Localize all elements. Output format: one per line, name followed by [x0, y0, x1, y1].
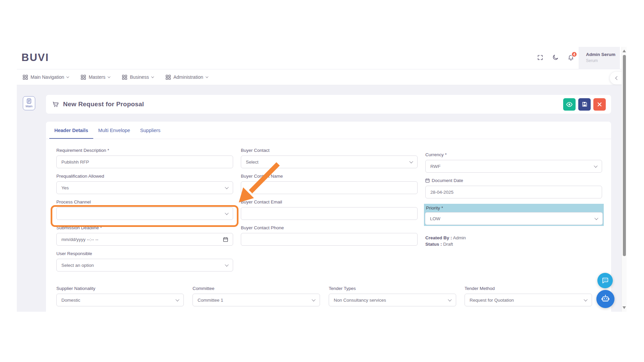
tab-suppliers[interactable]: Suppliers — [135, 122, 165, 139]
field-label: Process Channel — [56, 199, 233, 204]
grid-icon — [81, 75, 86, 80]
brand-logo: BUVI — [21, 52, 49, 64]
select-value: Yes — [61, 185, 69, 190]
field-label: User Responsible — [56, 251, 233, 256]
chevron-down-icon — [409, 160, 413, 163]
prequalification-allowed-select[interactable]: Yes — [56, 181, 233, 194]
preview-button[interactable] — [563, 98, 576, 111]
field-label: Currency * — [425, 152, 602, 157]
currency-select[interactable]: RWF — [425, 160, 602, 173]
field-label: Committee — [193, 286, 320, 291]
field-submission-deadline: Submission Deadline * mm/dd/yyyy --:-- -… — [56, 225, 233, 246]
field-buyer-contact: Buyer Contact Select — [241, 148, 418, 168]
chevron-down-icon — [66, 75, 69, 78]
status-line: Status : Draft — [425, 241, 466, 247]
select-value: Request for Quotation — [470, 298, 514, 303]
process-channel-select[interactable] — [56, 207, 233, 220]
buyer-contact-name-input[interactable] — [241, 181, 418, 194]
scrollbar-down-arrow[interactable] — [623, 306, 626, 309]
nav-item-administration[interactable]: Administration — [166, 74, 208, 80]
app-canvas: BUVI 4 Admin Serum Serum Main Navigation — [0, 0, 644, 362]
tab-bar: Header Details Multi Envelope Suppliers — [46, 122, 611, 139]
select-value: Domestic — [61, 298, 80, 303]
field-currency: Currency * RWF — [425, 152, 602, 173]
user-responsible-select[interactable]: Select an option — [56, 259, 233, 272]
bell-icon[interactable]: 4 — [567, 54, 575, 61]
field-buyer-contact-email: Buyer Contact Email — [241, 199, 418, 220]
page-title-bar: New Request for Proposal — [46, 95, 611, 114]
nav-item-business[interactable]: Business — [122, 74, 154, 80]
tab-header-details[interactable]: Header Details — [49, 122, 93, 139]
input-placeholder: mm/dd/yyyy --:-- -- — [61, 237, 98, 242]
supplier-nationality-select[interactable]: Domestic — [56, 294, 184, 306]
nav-label: Main Navigation — [31, 74, 64, 80]
panel-collapse-button[interactable] — [610, 72, 623, 84]
field-label-text: Document Date — [432, 178, 463, 183]
user-name: Admin Serum — [586, 52, 616, 57]
requirement-description-input[interactable]: Publishh RFP — [56, 156, 233, 168]
user-menu[interactable]: Admin Serum Serum — [579, 47, 620, 69]
chat-fab-button[interactable] — [597, 273, 613, 288]
field-tender-types: Tender Types Non Consultancy services — [329, 286, 456, 306]
field-process-channel: Process Channel — [56, 199, 233, 220]
nav-item-masters[interactable]: Masters — [81, 74, 110, 80]
fullscreen-icon[interactable] — [536, 54, 544, 61]
committee-select[interactable]: Committee 1 — [193, 294, 320, 306]
sidebar-item-label: Main — [25, 104, 33, 108]
created-by-line: Created By : Admin — [425, 235, 466, 241]
field-buyer-contact-phone: Buyer Contact Phone — [241, 225, 418, 246]
tender-method-select[interactable]: Request for Quotation — [465, 294, 592, 306]
status-value: Draft — [443, 242, 453, 247]
chevron-down-icon — [225, 263, 228, 266]
vertical-scrollbar[interactable] — [622, 47, 627, 312]
field-tender-method: Tender Method Request for Quotation — [465, 286, 592, 306]
nav-item-main-navigation[interactable]: Main Navigation — [23, 74, 69, 80]
nav-label: Administration — [173, 74, 203, 80]
nav-label: Masters — [89, 74, 105, 80]
cart-icon — [52, 101, 59, 108]
priority-highlight-block: Priority * LOW — [424, 204, 604, 226]
calendar-icon[interactable] — [223, 237, 228, 242]
select-value: Non Consultancy services — [334, 298, 386, 303]
chat-icon — [601, 277, 609, 284]
tab-multi-envelope[interactable]: Multi Envelope — [93, 122, 135, 139]
chevron-down-icon — [312, 298, 315, 301]
chevron-down-icon — [594, 216, 598, 220]
field-label: Submission Deadline * — [56, 225, 233, 230]
priority-select[interactable]: LOW — [425, 212, 603, 225]
field-label: Buyer Contact Phone — [241, 225, 418, 230]
field-label: Tender Method — [465, 286, 592, 291]
submission-deadline-input[interactable]: mm/dd/yyyy --:-- -- — [56, 233, 233, 246]
field-supplier-nationality: Supplier Nationality Domestic — [56, 286, 184, 306]
field-label: Buyer Contact Email — [241, 199, 418, 204]
field-label: Requirement Description * — [56, 148, 233, 153]
scrollbar-thumb[interactable] — [623, 55, 626, 256]
title-actions — [563, 98, 606, 111]
field-requirement-description: Requirement Description * Publishh RFP — [56, 148, 233, 168]
status-label: Status : — [425, 242, 442, 247]
field-document-date: Document Date 28-04-2025 — [425, 178, 602, 198]
buyer-contact-phone-input[interactable] — [241, 233, 418, 246]
field-label: Buyer Contact Name — [241, 174, 418, 179]
buyer-contact-select[interactable]: Select — [241, 156, 418, 168]
chatbot-fab-button[interactable] — [596, 290, 614, 308]
chevron-left-icon — [615, 76, 619, 80]
document-date-input[interactable]: 28-04-2025 — [425, 186, 602, 198]
field-label: Tender Types — [329, 286, 456, 291]
chevron-down-icon — [225, 211, 228, 215]
chevron-down-icon — [151, 75, 154, 78]
tender-types-select[interactable]: Non Consultancy services — [329, 294, 456, 306]
grid-icon — [166, 75, 171, 80]
buyer-contact-email-input[interactable] — [241, 207, 418, 220]
chevron-down-icon — [584, 298, 587, 301]
sidebar-item-main[interactable]: Main — [23, 96, 35, 110]
scrollbar-up-arrow[interactable] — [623, 50, 626, 52]
top-header-bar: BUVI 4 Admin Serum Serum — [17, 47, 622, 69]
select-value: Select an option — [61, 263, 94, 268]
close-icon — [597, 102, 602, 107]
moon-icon[interactable] — [552, 54, 559, 61]
close-button[interactable] — [593, 98, 606, 111]
save-button[interactable] — [578, 98, 591, 111]
input-value: 28-04-2025 — [430, 190, 453, 195]
input-value: Publishh RFP — [61, 160, 89, 165]
